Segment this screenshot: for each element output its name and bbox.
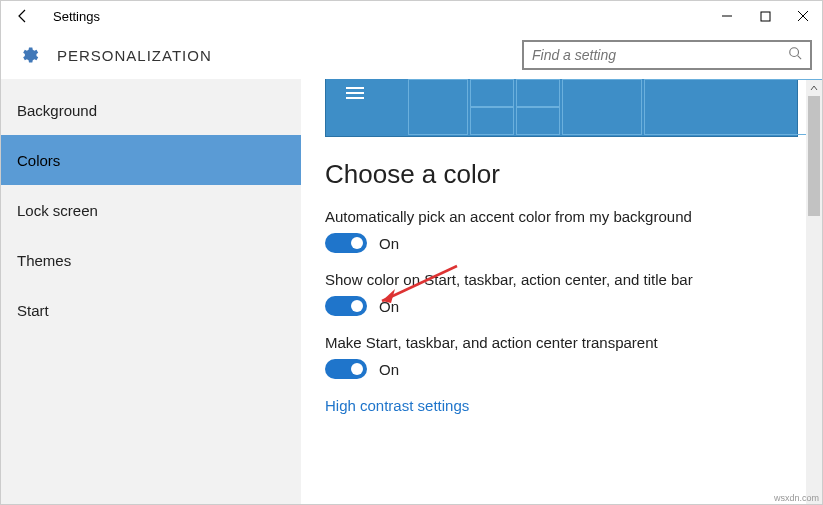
section-title: Choose a color bbox=[325, 159, 798, 190]
scrollbar-track[interactable] bbox=[806, 96, 822, 504]
content-pane: Choose a color Automatically pick an acc… bbox=[301, 79, 822, 504]
toggle-state: On bbox=[379, 235, 399, 252]
sidebar-item-themes[interactable]: Themes bbox=[1, 235, 301, 285]
toggle-state: On bbox=[379, 361, 399, 378]
svg-point-4 bbox=[790, 48, 799, 57]
settings-window: Settings PERSONALIZATION Background Colo… bbox=[0, 0, 823, 505]
sidebar-item-label: Start bbox=[17, 302, 49, 319]
option-transparent: Make Start, taskbar, and action center t… bbox=[325, 334, 798, 379]
option-auto-accent: Automatically pick an accent color from … bbox=[325, 208, 798, 253]
sidebar-item-label: Background bbox=[17, 102, 97, 119]
scrollbar-up-button[interactable] bbox=[806, 80, 822, 96]
sidebar-item-start[interactable]: Start bbox=[1, 285, 301, 335]
sidebar-item-lock-screen[interactable]: Lock screen bbox=[1, 185, 301, 235]
titlebar: Settings bbox=[1, 1, 822, 31]
sidebar: Background Colors Lock screen Themes Sta… bbox=[1, 79, 301, 504]
toggle-transparent[interactable] bbox=[325, 359, 367, 379]
search-input[interactable] bbox=[532, 47, 788, 63]
arrow-left-icon bbox=[15, 8, 31, 24]
option-label: Make Start, taskbar, and action center t… bbox=[325, 334, 798, 351]
sidebar-item-colors[interactable]: Colors bbox=[1, 135, 301, 185]
option-label: Show color on Start, taskbar, action cen… bbox=[325, 271, 798, 288]
maximize-icon bbox=[760, 11, 771, 22]
maximize-button[interactable] bbox=[746, 1, 784, 31]
sidebar-item-label: Lock screen bbox=[17, 202, 98, 219]
toggle-state: On bbox=[379, 298, 399, 315]
page-title: PERSONALIZATION bbox=[57, 47, 212, 64]
minimize-icon bbox=[721, 10, 733, 22]
search-box[interactable] bbox=[522, 40, 812, 70]
gear-icon bbox=[19, 45, 39, 65]
close-button[interactable] bbox=[784, 1, 822, 31]
chevron-up-icon bbox=[810, 84, 818, 92]
close-icon bbox=[797, 10, 809, 22]
sidebar-item-label: Themes bbox=[17, 252, 71, 269]
toggle-show-color[interactable] bbox=[325, 296, 367, 316]
window-title: Settings bbox=[53, 9, 100, 24]
hamburger-icon bbox=[346, 87, 364, 99]
back-button[interactable] bbox=[1, 1, 45, 31]
svg-rect-1 bbox=[761, 12, 770, 21]
scrollbar-thumb[interactable] bbox=[808, 96, 820, 216]
option-show-color: Show color on Start, taskbar, action cen… bbox=[325, 271, 798, 316]
high-contrast-link[interactable]: High contrast settings bbox=[325, 397, 798, 414]
body: Background Colors Lock screen Themes Sta… bbox=[1, 79, 822, 504]
watermark: wsxdn.com bbox=[774, 493, 819, 503]
color-preview bbox=[325, 79, 798, 137]
sidebar-item-label: Colors bbox=[17, 152, 60, 169]
minimize-button[interactable] bbox=[708, 1, 746, 31]
sidebar-item-background[interactable]: Background bbox=[1, 85, 301, 135]
header: PERSONALIZATION bbox=[1, 31, 822, 79]
svg-line-5 bbox=[798, 56, 802, 60]
toggle-auto-accent[interactable] bbox=[325, 233, 367, 253]
option-label: Automatically pick an accent color from … bbox=[325, 208, 798, 225]
search-icon bbox=[788, 46, 802, 64]
